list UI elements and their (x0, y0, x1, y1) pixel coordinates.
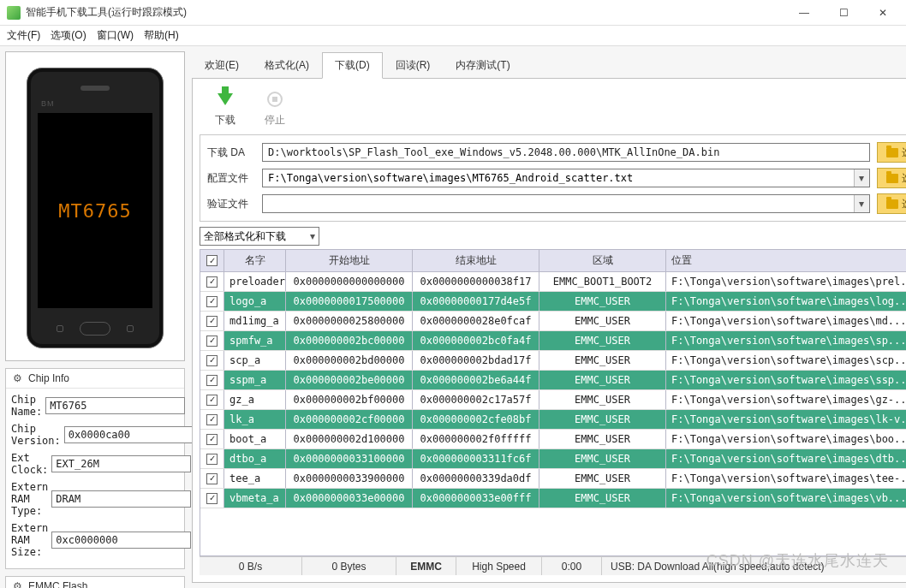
app-icon (7, 6, 21, 20)
status-bytes: 0 Bytes (302, 557, 396, 575)
maximize-button[interactable]: ☐ (824, 0, 863, 26)
row-checkbox[interactable]: ✓ (206, 296, 218, 307)
table-row[interactable]: ✓dtbo_a0x00000000331000000x000000003311f… (200, 449, 906, 469)
row-checkbox[interactable]: ✓ (206, 493, 218, 504)
status-bar: 0 B/s 0 Bytes EMMC High Speed 0:00 USB: … (200, 556, 906, 575)
col-location[interactable]: 位置 (666, 250, 906, 271)
folder-icon (886, 199, 898, 209)
download-arrow-icon (213, 87, 237, 111)
window-title: 智能手机下载工具(运行时跟踪模式) (26, 5, 784, 20)
col-start[interactable]: 开始地址 (286, 250, 413, 271)
chip-name-field[interactable] (45, 397, 185, 414)
tab-readback[interactable]: 回读(R) (383, 52, 444, 79)
row-checkbox[interactable]: ✓ (206, 395, 218, 406)
table-row[interactable]: ✓vbmeta_a0x0000000033e000000x0000000033e… (200, 489, 906, 508)
select-all-checkbox[interactable]: ✓ (206, 255, 218, 266)
row-checkbox[interactable]: ✓ (206, 473, 218, 484)
row-checkbox[interactable]: ✓ (206, 454, 218, 465)
menu-bar: 文件(F) 选项(O) 窗口(W) 帮助(H) (0, 26, 906, 46)
tab-memtest[interactable]: 内存测试(T) (443, 52, 522, 79)
da-path-input[interactable] (262, 143, 870, 162)
table-row[interactable]: ✓preloader0x00000000000000000x0000000000… (200, 272, 906, 292)
menu-options[interactable]: 选项(O) (51, 28, 86, 43)
emmc-panel: ⚙ EMMC Flash (5, 576, 185, 588)
table-row[interactable]: ✓md1img_a0x00000000258000000x0000000028e… (200, 312, 906, 331)
row-checkbox[interactable]: ✓ (206, 316, 218, 327)
menu-file[interactable]: 文件(F) (7, 28, 40, 43)
table-row[interactable]: ✓spmfw_a0x000000002bc000000x000000002bc0… (200, 331, 906, 351)
table-row[interactable]: ✓logo_a0x00000000175000000x00000000177d4… (200, 292, 906, 312)
close-button[interactable]: ✕ (863, 0, 903, 26)
tab-welcome[interactable]: 欢迎(E) (192, 52, 252, 79)
table-row[interactable]: ✓gz_a0x000000002bf000000x000000002c17a57… (200, 390, 906, 410)
row-checkbox[interactable]: ✓ (206, 355, 218, 366)
table-row[interactable]: ✓tee_a0x00000000339000000x00000000339da0… (200, 469, 906, 489)
chevron-down-icon[interactable]: ▾ (854, 169, 869, 187)
menu-window[interactable]: 窗口(W) (97, 28, 134, 43)
row-checkbox[interactable]: ✓ (206, 414, 218, 425)
choose-da-button[interactable]: 选择 (877, 142, 906, 163)
download-button[interactable]: 下载 (213, 87, 237, 128)
table-row[interactable]: ✓lk_a0x000000002cf000000x000000002cfe08b… (200, 410, 906, 430)
partition-table: ✓ 名字 开始地址 结束地址 区域 位置 ✓preloader0x0000000… (200, 249, 906, 556)
col-region[interactable]: 区域 (539, 250, 666, 271)
ram-type-field[interactable] (51, 490, 191, 508)
tab-download[interactable]: 下载(D) (322, 52, 383, 79)
tab-format[interactable]: 格式化(A) (252, 52, 322, 79)
status-rate: 0 B/s (200, 557, 302, 575)
title-bar: 智能手机下载工具(运行时跟踪模式) — ☐ ✕ (0, 0, 906, 26)
status-usb: USB: DA Download All(high speed,auto det… (602, 557, 906, 575)
col-end[interactable]: 结束地址 (413, 250, 539, 271)
gear-icon: ⚙ (11, 580, 23, 588)
stop-icon (263, 87, 287, 111)
chip-info-panel: ⚙ Chip Info Chip Name: Chip Version: Ext… (5, 368, 185, 569)
tabs: 欢迎(E) 格式化(A) 下载(D) 回读(R) 内存测试(T) (192, 51, 906, 79)
table-row[interactable]: ✓sspm_a0x000000002be000000x000000002be6a… (200, 371, 906, 390)
row-checkbox[interactable]: ✓ (206, 375, 218, 386)
row-checkbox[interactable]: ✓ (206, 336, 218, 347)
chip-version-field[interactable] (64, 426, 204, 443)
choose-scatter-button[interactable]: 选择 (877, 168, 906, 188)
action-select[interactable]: 全部格式化和下载▾ (200, 227, 319, 246)
verify-path-input[interactable] (263, 195, 854, 212)
status-speed: High Speed (456, 557, 542, 575)
phone-preview: BM MT6765 (5, 51, 185, 361)
ext-clock-field[interactable] (51, 455, 191, 472)
folder-icon (886, 174, 898, 183)
row-checkbox[interactable]: ✓ (206, 276, 218, 288)
status-time: 0:00 (542, 557, 602, 575)
stop-button[interactable]: 停止 (263, 87, 287, 128)
table-row[interactable]: ✓scp_a0x000000002bd000000x000000002bdad1… (200, 351, 906, 371)
col-name[interactable]: 名字 (224, 250, 286, 271)
menu-help[interactable]: 帮助(H) (144, 28, 179, 43)
row-checkbox[interactable]: ✓ (206, 434, 218, 445)
chevron-down-icon: ▾ (310, 230, 315, 242)
chevron-down-icon[interactable]: ▾ (854, 195, 869, 212)
minimize-button[interactable]: — (784, 0, 824, 26)
folder-icon (886, 148, 898, 157)
status-storage: EMMC (396, 557, 456, 575)
table-row[interactable]: ✓boot_a0x000000002d1000000x000000002f0ff… (200, 430, 906, 449)
ram-size-field[interactable] (51, 532, 191, 549)
scatter-path-input[interactable] (263, 169, 854, 187)
chip-label: MT6765 (58, 200, 131, 222)
choose-verify-button[interactable]: 选择 (877, 193, 906, 214)
gear-icon: ⚙ (11, 372, 23, 384)
